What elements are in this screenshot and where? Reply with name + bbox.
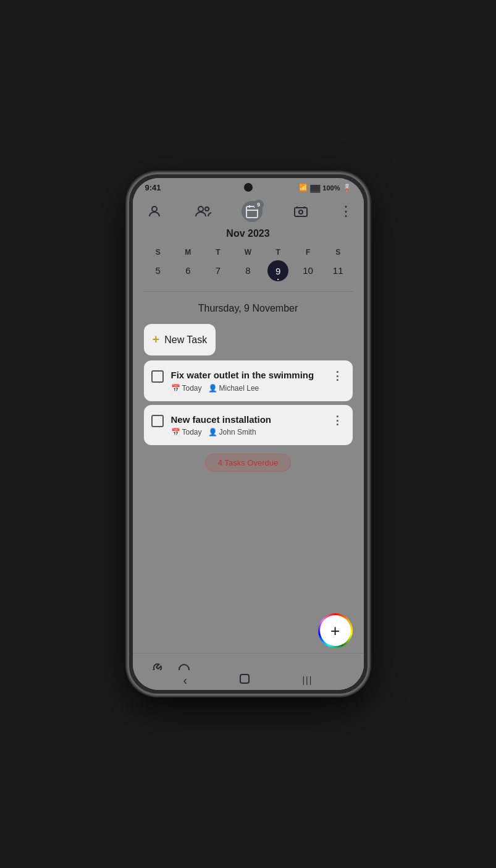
task-title-2: New faucet installation: [171, 414, 322, 426]
cal-day-6[interactable]: 6: [174, 260, 203, 281]
wifi-icon: 📶: [299, 184, 308, 192]
task-card-1: Fix water outlet in the swimming 📅 Today…: [144, 360, 353, 401]
date-heading: Thursday, 9 November: [133, 296, 364, 319]
new-task-button[interactable]: + New Task: [144, 324, 216, 355]
svg-point-8: [299, 210, 303, 214]
camera-notch: [244, 183, 253, 192]
cal-day-9-today[interactable]: 9: [267, 260, 288, 281]
svg-rect-13: [240, 674, 249, 683]
status-icons: 📶 ▓▓ 100% 🪫: [299, 184, 351, 192]
svg-point-1: [198, 206, 203, 211]
cal-header-w: W: [233, 245, 263, 259]
calendar-month: Nov 2023: [144, 228, 353, 239]
calendar-badge: 9: [254, 200, 264, 210]
task-more-1[interactable]: ⋮: [329, 369, 345, 383]
cal-day-10[interactable]: 10: [293, 260, 322, 281]
cal-header-s2: S: [324, 245, 353, 259]
cal-header-f: F: [293, 245, 322, 259]
group-nav-icon[interactable]: [193, 201, 214, 222]
cal-day-5[interactable]: 5: [144, 260, 173, 281]
task-assignee-1: 👤 Michael Lee: [208, 384, 259, 393]
task-date-2: 📅 Today: [171, 428, 202, 436]
cal-header-s1: S: [144, 245, 173, 259]
task-content-1: Fix water outlet in the swimming 📅 Today…: [171, 369, 322, 393]
battery-icon: 🪫: [343, 184, 351, 192]
calendar-divider: [144, 291, 353, 292]
status-time: 9:41: [145, 183, 161, 192]
svg-point-0: [152, 206, 157, 211]
task-content-2: New faucet installation 📅 Today 👤 John S…: [171, 414, 322, 437]
calendar-grid: S M T W T F S 5 6 7 8 9 10 11: [144, 245, 353, 281]
phone-screen: 9:41 📶 ▓▓ 100% 🪫: [133, 178, 364, 690]
cal-day-8[interactable]: 8: [233, 260, 263, 281]
task-card-2: New faucet installation 📅 Today 👤 John S…: [144, 405, 353, 446]
system-nav: ‹ |||: [133, 670, 364, 690]
profile-nav-icon[interactable]: [144, 201, 165, 222]
cal-header-t1: T: [204, 245, 233, 259]
top-nav: 9 ⋮: [133, 195, 364, 228]
task-meta-1: 📅 Today 👤 Michael Lee: [171, 384, 322, 393]
calendar-icon-1: 📅: [171, 384, 180, 393]
signal-icon: ▓▓: [310, 184, 320, 192]
calendar-icon-2: 📅: [171, 428, 180, 436]
task-meta-2: 📅 Today 👤 John Smith: [171, 428, 322, 436]
fab-button[interactable]: +: [318, 613, 353, 648]
svg-point-2: [205, 207, 209, 211]
person-icon-2: 👤: [208, 428, 217, 436]
cal-header-m: M: [174, 245, 203, 259]
task-assignee-name-2: John Smith: [219, 428, 256, 436]
cal-day-7[interactable]: 7: [204, 260, 233, 281]
task-date-label-1: Today: [182, 384, 202, 393]
money-nav-icon[interactable]: [290, 201, 311, 222]
task-title-1: Fix water outlet in the swimming: [171, 369, 322, 381]
svg-rect-7: [295, 208, 307, 216]
task-assignee-2: 👤 John Smith: [208, 428, 256, 436]
recent-button[interactable]: |||: [302, 675, 313, 685]
overdue-section: 4 Tasks Overdue: [144, 454, 353, 472]
battery-text: 100%: [322, 184, 340, 192]
cal-header-t2: T: [264, 245, 293, 259]
task-checkbox-1[interactable]: [151, 370, 164, 383]
new-task-plus-icon: +: [153, 333, 160, 347]
back-button[interactable]: ‹: [183, 673, 188, 687]
task-assignee-name-1: Michael Lee: [219, 384, 259, 393]
home-button[interactable]: [239, 673, 250, 687]
fab-plus-icon: +: [320, 615, 351, 646]
task-checkbox-2[interactable]: [151, 415, 164, 427]
task-more-2[interactable]: ⋮: [329, 414, 345, 427]
calendar-nav-icon[interactable]: 9: [242, 201, 263, 222]
overdue-badge[interactable]: 4 Tasks Overdue: [205, 454, 291, 472]
new-task-label: New Task: [164, 334, 207, 346]
task-date-label-2: Today: [182, 428, 202, 436]
more-icon[interactable]: ⋮: [339, 203, 353, 219]
task-date-1: 📅 Today: [171, 384, 202, 393]
status-bar: 9:41 📶 ▓▓ 100% 🪫: [133, 178, 364, 195]
phone-frame: 9:41 📶 ▓▓ 100% 🪫: [128, 173, 369, 695]
person-icon-1: 👤: [208, 384, 217, 393]
calendar-section: Nov 2023 S M T W T F S 5 6 7 8 9 10: [133, 228, 364, 287]
cal-day-11[interactable]: 11: [324, 260, 353, 281]
